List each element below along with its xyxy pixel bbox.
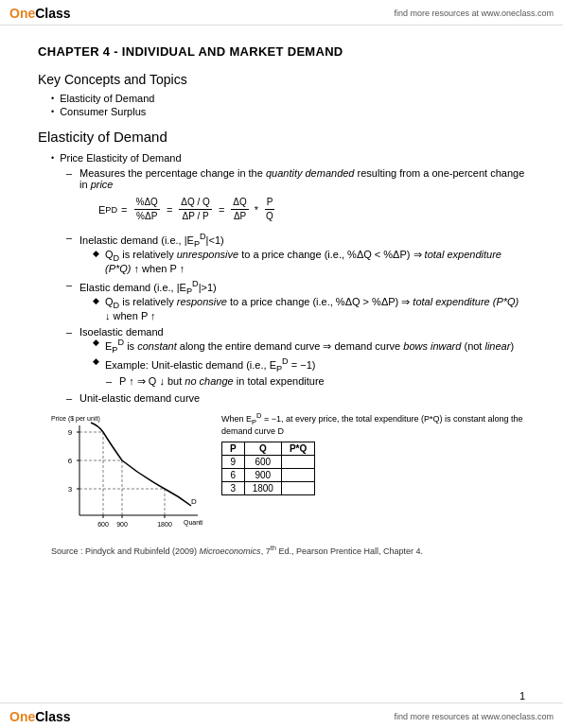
list-item: • Consumer Surplus bbox=[51, 106, 525, 117]
inelastic-content: Inelastic demand (i.e., |EPD|<1) ◆ QD is… bbox=[79, 232, 525, 276]
top-bar: OneClass find more resources at www.onec… bbox=[0, 0, 563, 26]
isoelastic-diamond-1: ◆ EPD is constant along the entire deman… bbox=[93, 338, 514, 355]
formula-frac1: %ΔQ %ΔP bbox=[134, 196, 160, 223]
table-cell bbox=[281, 468, 314, 481]
table-cell: 600 bbox=[244, 455, 281, 468]
inelastic-sub: ◆ QD is relatively unresponsive to a pri… bbox=[79, 249, 525, 274]
logo-top: OneClass bbox=[9, 6, 71, 21]
isoelastic-content: Isoelastic demand ◆ EPD is constant alon… bbox=[79, 326, 514, 390]
graph-container: Price ($ per unit) 9 6 bbox=[51, 411, 202, 534]
svg-text:600: 600 bbox=[97, 521, 109, 528]
elasticity-content: • Price Elasticity of Demand – Measures … bbox=[38, 152, 525, 556]
formula-ep: EPD bbox=[98, 204, 117, 216]
svg-text:D: D bbox=[191, 497, 197, 506]
formula-frac2: ΔQ / Q ΔP / P bbox=[179, 196, 212, 223]
svg-text:3: 3 bbox=[68, 485, 73, 494]
svg-text:1800: 1800 bbox=[157, 521, 172, 528]
graph-table: P Q P*Q 9 600 6 900 bbox=[221, 442, 315, 495]
measures-text: Measures the percentage change in the qu… bbox=[79, 167, 525, 229]
page-number: 1 bbox=[519, 690, 525, 702]
dash-icon: – bbox=[66, 167, 74, 179]
table-row: 3 1800 bbox=[222, 481, 315, 494]
isoelastic-sub-dash-text: P ↑ ⇒ Q ↓ but no change in total expendi… bbox=[119, 375, 325, 388]
key-concepts-heading: Key Concepts and Topics bbox=[38, 72, 525, 87]
isoelastic-text-1: EPD is constant along the entire demand … bbox=[105, 338, 514, 355]
sub-item-isoelastic: – Isoelastic demand ◆ EPD is constant al… bbox=[66, 326, 525, 390]
table-header-pq: P*Q bbox=[281, 442, 314, 455]
isoelastic-text-2: Example: Unit-elastic demand (i.e., EPD … bbox=[105, 356, 315, 373]
diamond-icon: ◆ bbox=[93, 296, 100, 305]
table-cell: 900 bbox=[244, 468, 281, 481]
sub-item-inelastic: – Inelastic demand (i.e., |EPD|<1) ◆ QD … bbox=[66, 232, 525, 276]
table-cell: 9 bbox=[222, 455, 245, 468]
isoelastic-sub-dash: – P ↑ ⇒ Q ↓ but no change in total expen… bbox=[93, 375, 514, 388]
sub-item-unit-elastic: – Unit-elastic demand curve bbox=[66, 392, 525, 404]
dash-icon: – bbox=[66, 326, 74, 338]
main-bullet-icon: • bbox=[51, 153, 54, 163]
table-cell: 3 bbox=[222, 481, 245, 494]
table-row: 9 600 bbox=[222, 455, 315, 468]
chapter-title: CHAPTER 4 - INDIVIDUAL AND MARKET DEMAND bbox=[38, 44, 525, 59]
table-row: 6 900 bbox=[222, 468, 315, 481]
top-bar-link: find more resources at www.oneclass.com bbox=[394, 9, 554, 18]
inelastic-diamond-text: QD is relatively unresponsive to a price… bbox=[105, 249, 525, 274]
svg-text:9: 9 bbox=[68, 428, 73, 437]
graph-info-text: When EPD = −1, at every price, the total… bbox=[221, 411, 525, 436]
formula-frac3: ΔQ ΔP bbox=[231, 196, 248, 223]
main-content: CHAPTER 4 - INDIVIDUAL AND MARKET DEMAND… bbox=[0, 26, 563, 575]
diamond-icon: ◆ bbox=[93, 338, 100, 347]
sub-items-container: – Measures the percentage change in the … bbox=[51, 167, 525, 404]
dash-icon: – bbox=[66, 232, 74, 243]
table-header-p: P bbox=[222, 442, 245, 455]
key-concepts-list: • Elasticity of Demand • Consumer Surplu… bbox=[38, 93, 525, 117]
dash-icon: – bbox=[66, 279, 74, 290]
formula-frac4: P Q bbox=[264, 196, 275, 223]
isoelastic-diamond-2: ◆ Example: Unit-elastic demand (i.e., EP… bbox=[93, 356, 514, 373]
logo-bottom: OneClass bbox=[9, 709, 71, 724]
elastic-content: Elastic demand (i.e., |EPD|>1) ◆ QD is r… bbox=[79, 279, 525, 323]
table-cell: 1800 bbox=[244, 481, 281, 494]
diamond-icon: ◆ bbox=[93, 249, 100, 258]
elastic-diamond-item: ◆ QD is relatively responsive to a price… bbox=[93, 296, 525, 321]
table-header-q: Q bbox=[244, 442, 281, 455]
demand-curve-graph: Price ($ per unit) 9 6 bbox=[51, 411, 202, 534]
sub-item-elastic: – Elastic demand (i.e., |EPD|>1) ◆ QD is… bbox=[66, 279, 525, 323]
price-elasticity-label: Price Elasticity of Demand bbox=[60, 152, 181, 164]
elastic-sub: ◆ QD is relatively responsive to a price… bbox=[79, 296, 525, 321]
bottom-bar: OneClass find more resources at www.onec… bbox=[0, 702, 563, 728]
dash-icon: – bbox=[106, 375, 114, 387]
key-concept-item-1: Elasticity of Demand bbox=[60, 93, 154, 104]
bullet-icon: • bbox=[51, 107, 54, 116]
table-cell: 6 bbox=[222, 468, 245, 481]
svg-text:6: 6 bbox=[68, 457, 73, 465]
svg-text:Quantity: Quantity bbox=[184, 519, 202, 527]
isoelastic-sub: ◆ EPD is constant along the entire deman… bbox=[79, 338, 514, 388]
diamond-icon: ◆ bbox=[93, 356, 100, 366]
bullet-icon: • bbox=[51, 94, 54, 103]
graph-area: Price ($ per unit) 9 6 bbox=[51, 411, 525, 534]
bottom-bar-link: find more resources at www.oneclass.com bbox=[394, 712, 554, 721]
logo-bottom-text: OneClass bbox=[9, 709, 71, 724]
elastic-diamond-text: QD is relatively responsive to a price c… bbox=[105, 296, 525, 321]
unit-elastic-label: Unit-elastic demand curve bbox=[79, 392, 200, 404]
sub-item-measures: – Measures the percentage change in the … bbox=[66, 167, 525, 229]
dash-icon: – bbox=[66, 392, 74, 404]
table-cell bbox=[281, 455, 314, 468]
formula-block: EPD = %ΔQ %ΔP = ΔQ / Q ΔP / P bbox=[98, 196, 525, 223]
graph-info: When EPD = −1, at every price, the total… bbox=[221, 411, 525, 495]
svg-text:Price ($ per unit): Price ($ per unit) bbox=[51, 415, 100, 423]
source-line: Source : Pindyck and Rubinfeld (2009) Mi… bbox=[51, 544, 525, 556]
key-concept-item-2: Consumer Surplus bbox=[60, 106, 146, 117]
inelastic-diamond-item: ◆ QD is relatively unresponsive to a pri… bbox=[93, 249, 525, 274]
svg-text:900: 900 bbox=[116, 521, 128, 528]
price-elasticity-bullet: • Price Elasticity of Demand bbox=[51, 152, 525, 164]
table-cell bbox=[281, 481, 314, 494]
elasticity-section-heading: Elasticity of Demand bbox=[38, 129, 525, 145]
list-item: • Elasticity of Demand bbox=[51, 93, 525, 104]
logo-top-text: OneClass bbox=[9, 6, 71, 21]
